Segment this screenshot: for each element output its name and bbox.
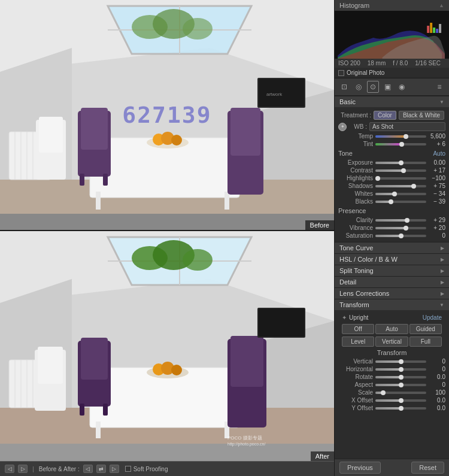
lens-corrections-section-header[interactable]: Lens Corrections ▶ [335,287,449,299]
upright-guided-btn[interactable]: Guided [409,324,442,334]
highlights-slider[interactable] [375,177,426,180]
crop-icon[interactable]: ⊡ [338,81,350,93]
basic-section-header[interactable]: Basic ▼ [335,96,449,107]
whites-value: − 34 [429,190,445,197]
radial-filter-icon[interactable]: ◉ [396,81,408,93]
temp-slider[interactable] [375,135,426,138]
eyedropper-icon[interactable]: ✦ [338,123,347,131]
histogram-section: Histogram ▲ [335,0,449,78]
aspect-slider[interactable] [375,384,426,386]
upright-buttons-row: Off Auto Guided [338,323,445,335]
auto-btn[interactable]: Auto [433,150,445,157]
before-label: Before [305,220,334,230]
y-offset-slider-label: Y Offset [338,405,373,411]
tint-value: + 6 [429,141,445,147]
y-offset-slider[interactable] [375,407,426,410]
original-photo-checkbox[interactable] [338,70,344,76]
y-offset-slider-value: 0.0 [429,405,445,411]
clarity-label: Clarity [338,217,373,223]
upright-vertical-btn[interactable]: Vertical [375,336,408,347]
tone-label: Tone [338,150,353,157]
adjustment-brush-icon[interactable]: ⊙ [367,81,379,93]
scale-slider[interactable] [375,392,426,394]
svg-rect-65 [80,404,84,416]
clarity-slider[interactable] [375,219,426,222]
upright-auto-btn[interactable]: Auto [375,324,408,334]
ba-swap-icon[interactable]: ⇄ [96,465,106,473]
x-offset-slider-row: X Offset 0.0 [338,396,445,404]
contrast-slider[interactable] [375,169,426,172]
shadows-slider[interactable] [375,185,426,187]
watermark-text: 627139 [122,102,211,128]
vibrance-slider[interactable] [375,227,426,229]
transform-label: Transform [339,301,369,308]
upright-level-btn[interactable]: Level [342,336,374,347]
transform-section-header[interactable]: Transform ▼ [335,299,449,310]
ba-next-icon[interactable]: ▷ [110,465,119,473]
rotate-slider-value: 0.0 [429,374,445,380]
svg-rect-28 [80,174,84,186]
blacks-slider[interactable] [375,201,426,203]
exposure-slider[interactable] [375,162,426,164]
split-toning-section-header[interactable]: Split Toning ▶ [335,265,449,276]
detail-label: Detail [339,278,356,286]
transform-subtitle: Transform [338,348,445,357]
upright-off-btn[interactable]: Off [342,324,374,334]
next-frame-icon[interactable]: ▷ [18,465,28,473]
bw-treatment-btn[interactable]: Black & White [399,111,444,120]
treatment-row: Treatment : Color Black & White [338,110,445,121]
panel-bottom-nav: Previous Reset [335,459,449,476]
scale-slider-row: Scale 100 [338,389,445,396]
tint-slider[interactable] [375,143,426,145]
tint-slider-row: Tint + 6 [338,140,445,148]
toolbar-icons-row: ⊡ ◎ ⊙ ▣ ◉ ≡ [335,78,449,96]
svg-rect-68 [230,336,263,387]
scale-slider-value: 100 [429,389,445,396]
highlights-slider-row: Highlights −100 [338,174,445,182]
svg-rect-29 [103,174,108,186]
prev-frame-icon[interactable]: ◁ [5,465,14,473]
graduated-filter-icon[interactable]: ▣ [381,81,393,93]
blacks-value: − 39 [429,198,445,205]
tone-curve-section-header[interactable]: Tone Curve ▶ [335,242,449,253]
horizontal-slider-label: Horizontal [338,366,373,372]
contrast-value: + 17 [429,167,445,174]
tint-label: Tint [338,141,373,147]
previous-btn[interactable]: Previous [339,462,381,474]
reset-btn[interactable]: Reset [411,462,444,474]
detail-section-header[interactable]: Detail ▶ [335,276,449,287]
wb-value[interactable]: As Shot [369,122,445,131]
basic-section-content: Treatment : Color Black & White ✦ WB : A… [335,107,449,242]
blacks-slider-row: Blacks − 39 [338,198,445,205]
wb-label: WB : [349,123,367,130]
shadows-label: Shadows [338,183,373,189]
exif-shutter: 1/16 SEC [415,60,441,66]
upright-buttons-row2: Level Vertical Full [338,335,445,348]
split-toning-label: Split Toning [339,267,374,274]
contrast-slider-row: Contrast + 17 [338,166,445,174]
horizontal-slider[interactable] [375,368,426,371]
whites-slider[interactable] [375,193,426,195]
soft-proofing-checkbox[interactable] [125,466,131,472]
svg-rect-72 [259,309,304,336]
saturation-value: 0 [429,232,445,239]
x-offset-slider[interactable] [375,399,426,402]
settings-icon[interactable]: ≡ [433,81,445,93]
whites-label: Whites [338,190,373,197]
shadows-slider-row: Shadows + 75 [338,182,445,190]
transform-triangle-icon: ▼ [439,302,444,308]
svg-rect-70 [38,347,63,384]
saturation-slider[interactable] [375,235,426,237]
update-btn[interactable]: Update [423,314,442,321]
upright-full-btn[interactable]: Full [409,336,442,347]
exposure-slider-row: Exposure 0.00 [338,159,445,166]
hsl-section-header[interactable]: HSL / Color / B & W ▶ [335,253,449,265]
rotate-slider-row: Rotate 0.0 [338,373,445,381]
upright-title: Upright [349,314,368,321]
scale-slider-label: Scale [338,389,373,396]
color-treatment-btn[interactable]: Color [374,111,396,120]
ba-prev-icon[interactable]: ◁ [83,465,93,473]
vertical-slider[interactable] [375,360,426,363]
spot-heal-icon[interactable]: ◎ [353,81,365,93]
rotate-slider[interactable] [375,376,426,378]
